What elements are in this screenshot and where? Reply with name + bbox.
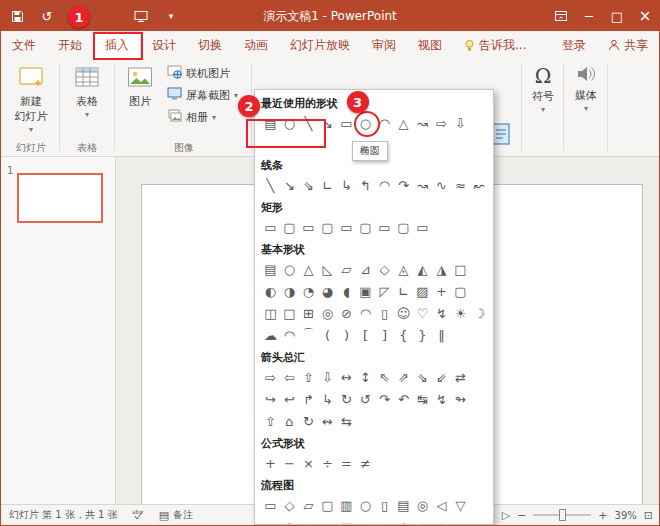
- shape-cell-6-0-10[interactable]: ▽: [451, 494, 470, 516]
- shape-cell-4-0-9[interactable]: ⇙: [432, 366, 451, 388]
- table-button[interactable]: 表格 ▾: [63, 59, 111, 119]
- shape-cell-4-0-1[interactable]: ⇦: [280, 366, 299, 388]
- shape-cell-3-1-6[interactable]: ◸: [375, 280, 394, 302]
- shape-cell-3-3-3[interactable]: (: [318, 324, 337, 346]
- shape-cell-6-0-5[interactable]: ○: [356, 494, 375, 516]
- tab-transitions[interactable]: 切换: [187, 31, 233, 59]
- shape-cell-2-0-7[interactable]: ▢: [394, 216, 413, 238]
- shape-cell-6-0-3[interactable]: ▢: [318, 494, 337, 516]
- tab-design[interactable]: 设计: [141, 31, 187, 59]
- shape-cell-0-0-4[interactable]: ▭: [337, 112, 356, 134]
- shape-cell-3-1-4[interactable]: ◖: [337, 280, 356, 302]
- shape-cell-4-0-7[interactable]: ⇗: [394, 366, 413, 388]
- tab-share[interactable]: 共享: [597, 31, 659, 59]
- shape-cell-4-0-5[interactable]: ↕: [356, 366, 375, 388]
- shape-cell-6-0-4[interactable]: ▥: [337, 494, 356, 516]
- tab-animations[interactable]: 动画: [233, 31, 279, 59]
- photo-album-button[interactable]: 相册 ▾: [164, 107, 241, 127]
- shape-cell-1-0-8[interactable]: ↝: [413, 174, 432, 196]
- shape-cell-0-0-2[interactable]: ╲: [299, 112, 318, 134]
- shape-cell-0-0-3[interactable]: ↘: [318, 112, 337, 134]
- ribbon-display-options-icon[interactable]: [547, 1, 575, 31]
- shape-cell-3-3-5[interactable]: [: [356, 324, 375, 346]
- shape-cell-3-0-8[interactable]: ◭: [413, 258, 432, 280]
- shape-cell-1-0-9[interactable]: ∿: [432, 174, 451, 196]
- shape-cell-5-0-2[interactable]: ×: [299, 452, 318, 474]
- shape-cell-3-2-11[interactable]: ☽: [470, 302, 489, 324]
- shape-cell-3-1-5[interactable]: ▣: [356, 280, 375, 302]
- shape-cell-6-1-7[interactable]: ◎: [394, 516, 413, 525]
- fit-to-window-icon[interactable]: ⊡: [644, 509, 653, 522]
- shape-cell-3-3-7[interactable]: {: [394, 324, 413, 346]
- shape-cell-5-0-0[interactable]: +: [261, 452, 280, 474]
- shape-cell-2-0-3[interactable]: ▢: [318, 216, 337, 238]
- shape-cell-3-1-2[interactable]: ◔: [299, 280, 318, 302]
- shape-cell-1-0-11[interactable]: ↜: [470, 174, 489, 196]
- shape-cell-0-0-10[interactable]: ⇩: [451, 112, 470, 134]
- shape-cell-1-0-3[interactable]: ∟: [318, 174, 337, 196]
- tab-signin[interactable]: 登录: [551, 31, 597, 59]
- shape-cell-1-0-1[interactable]: ↘: [280, 174, 299, 196]
- screenshot-button[interactable]: 屏幕截图 ▾: [164, 85, 241, 105]
- shape-cell-6-0-8[interactable]: ◎: [413, 494, 432, 516]
- shape-cell-3-0-6[interactable]: ◇: [375, 258, 394, 280]
- tab-tellme[interactable]: 告诉我...: [453, 31, 537, 59]
- shape-cell-0-0-7[interactable]: △: [394, 112, 413, 134]
- shape-cell-4-0-8[interactable]: ⇘: [413, 366, 432, 388]
- close-button[interactable]: ×: [631, 1, 659, 31]
- shape-cell-3-0-9[interactable]: ◮: [432, 258, 451, 280]
- tab-insert[interactable]: 插入: [93, 31, 141, 59]
- shape-cell-6-0-7[interactable]: ▤: [394, 494, 413, 516]
- shape-cell-5-0-4[interactable]: =: [337, 452, 356, 474]
- shape-cell-3-0-3[interactable]: ◺: [318, 258, 337, 280]
- minimize-button[interactable]: ─: [575, 1, 603, 31]
- tab-file[interactable]: 文件: [1, 31, 47, 59]
- shape-cell-4-0-4[interactable]: ↔: [337, 366, 356, 388]
- shape-cell-0-0-0[interactable]: ▤: [261, 112, 280, 134]
- shape-cell-3-0-1[interactable]: ○: [280, 258, 299, 280]
- media-button[interactable]: 媒体 ▾: [566, 59, 606, 113]
- shape-cell-3-0-4[interactable]: ▱: [337, 258, 356, 280]
- shape-cell-4-1-6[interactable]: ↷: [375, 388, 394, 410]
- shape-cell-4-1-3[interactable]: ↳: [318, 388, 337, 410]
- tab-review[interactable]: 审阅: [361, 31, 407, 59]
- shape-cell-2-0-8[interactable]: ▭: [413, 216, 432, 238]
- shape-cell-3-1-7[interactable]: ∟: [394, 280, 413, 302]
- shape-cell-4-1-5[interactable]: ↺: [356, 388, 375, 410]
- shape-cell-4-2-2[interactable]: ↻: [299, 410, 318, 432]
- shape-cell-3-2-4[interactable]: ⊘: [337, 302, 356, 324]
- shape-cell-1-0-0[interactable]: ╲: [261, 174, 280, 196]
- slideshow-view-icon[interactable]: ▷: [502, 509, 510, 522]
- shape-cell-3-2-7[interactable]: ☺: [394, 302, 413, 324]
- shape-cell-4-2-0[interactable]: ⇧: [261, 410, 280, 432]
- shape-cell-3-2-1[interactable]: □: [280, 302, 299, 324]
- shape-cell-6-1-10[interactable]: ▯: [451, 516, 470, 525]
- shape-cell-4-0-2[interactable]: ⇧: [299, 366, 318, 388]
- shape-cell-4-0-6[interactable]: ⇖: [375, 366, 394, 388]
- shape-cell-6-0-9[interactable]: ◁: [432, 494, 451, 516]
- shape-cell-3-3-0[interactable]: ☁: [261, 324, 280, 346]
- shape-cell-6-0-2[interactable]: ▱: [299, 494, 318, 516]
- shape-cell-1-0-10[interactable]: ≈: [451, 174, 470, 196]
- shape-cell-4-2-1[interactable]: ⌂: [280, 410, 299, 432]
- shape-cell-3-0-10[interactable]: □: [451, 258, 470, 280]
- symbol-button[interactable]: Ω 符号 ▾: [524, 59, 562, 114]
- slide-thumbnail[interactable]: [17, 173, 103, 223]
- shape-cell-4-1-4[interactable]: ↻: [337, 388, 356, 410]
- maximize-button[interactable]: □: [603, 1, 631, 31]
- shape-cell-6-0-0[interactable]: ▭: [261, 494, 280, 516]
- shape-cell-3-3-2[interactable]: ⌒: [299, 324, 318, 346]
- shape-cell-6-1-5[interactable]: ◁: [356, 516, 375, 525]
- shape-cell-3-2-5[interactable]: ◠: [356, 302, 375, 324]
- shape-cell-2-0-0[interactable]: ▭: [261, 216, 280, 238]
- shape-cell-4-1-9[interactable]: ↯: [432, 388, 451, 410]
- shape-cell-3-3-6[interactable]: ]: [375, 324, 394, 346]
- shape-cell-3-2-0[interactable]: ◫: [261, 302, 280, 324]
- shape-cell-4-2-3[interactable]: ↭: [318, 410, 337, 432]
- shape-cell-2-0-5[interactable]: ▢: [356, 216, 375, 238]
- shape-cell-4-0-0[interactable]: ⇨: [261, 366, 280, 388]
- spell-check-icon[interactable]: abc: [132, 508, 145, 523]
- shape-cell-3-2-2[interactable]: ⊞: [299, 302, 318, 324]
- shape-cell-6-1-1[interactable]: ○: [280, 516, 299, 525]
- shape-cell-4-1-7[interactable]: ↶: [394, 388, 413, 410]
